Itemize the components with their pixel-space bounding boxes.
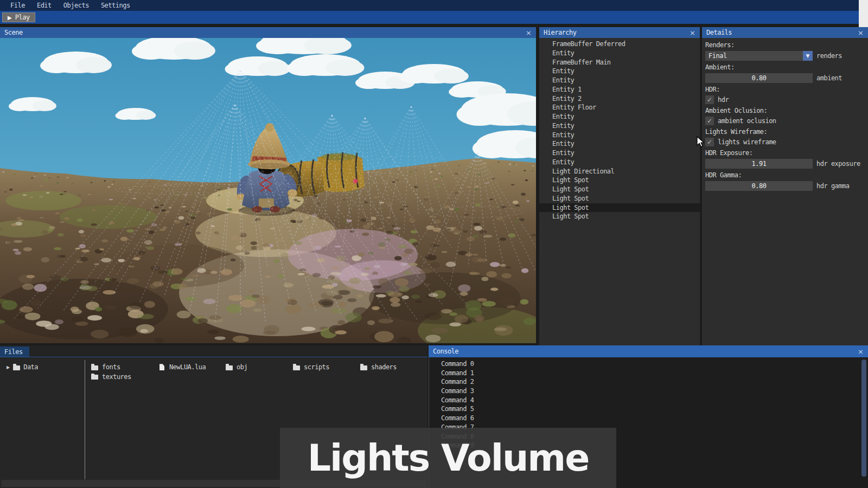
console-line: Command 1 — [429, 369, 868, 378]
files-splitter[interactable] — [85, 360, 85, 479]
file-name: shaders — [371, 363, 397, 371]
hierarchy-item[interactable]: Entity 2 — [539, 94, 700, 104]
desktop-corner — [859, 0, 868, 27]
scene-3d-render — [0, 38, 536, 343]
folder-icon — [91, 365, 98, 370]
folder-icon — [293, 365, 300, 370]
folder-icon — [91, 375, 98, 380]
hdr-exposure-value: 1.91 — [752, 160, 767, 168]
lights-wireframe-checkbox-label: lights wireframe — [718, 138, 776, 146]
file-icon — [159, 364, 164, 370]
lights-wireframe-checkbox[interactable]: ✓ — [705, 138, 714, 146]
scene-viewport[interactable] — [0, 38, 536, 343]
hdr-exposure-input[interactable]: 1.91 — [705, 159, 813, 169]
hdr-gamma-hint: hdr gamma — [816, 182, 850, 190]
ambient-occlusion-checkbox-label: ambient oclusion — [718, 117, 776, 125]
renders-hint: renders — [816, 52, 842, 60]
hierarchy-item[interactable]: FrameBuffer Deferred — [539, 40, 700, 49]
hierarchy-item[interactable]: Entity — [539, 149, 700, 158]
close-icon[interactable]: × — [858, 29, 864, 37]
hierarchy-item[interactable]: FrameBuffer Main — [539, 58, 700, 67]
tree-item-data[interactable]: ▶ Data — [0, 358, 85, 371]
hdr-gamma-input[interactable]: 0.80 — [705, 181, 813, 191]
mouse-cursor — [697, 136, 705, 148]
caption-text: Lights Volume — [308, 436, 589, 479]
hierarchy-item[interactable]: Light Spot — [539, 194, 700, 203]
tree-item-label: Data — [23, 363, 38, 371]
hdr-checkbox-label: hdr — [718, 96, 729, 104]
file-entry[interactable]: scripts — [293, 363, 360, 372]
check-icon: ✓ — [707, 96, 712, 104]
menu-item[interactable]: Objects — [58, 2, 95, 9]
hierarchy-item[interactable]: Light Directional — [539, 167, 700, 176]
ambient-hint: ambient — [816, 74, 842, 82]
console-panel-titlebar[interactable]: Console × — [429, 345, 868, 357]
menu-item[interactable]: Edit — [31, 2, 58, 9]
scene-panel-title: Scene — [4, 29, 23, 36]
hdr-label: HDR: — [705, 86, 868, 93]
scene-panel-titlebar[interactable]: Scene × — [0, 27, 536, 38]
folder-icon — [13, 365, 20, 370]
hierarchy-item[interactable]: Entity 1 — [539, 85, 700, 94]
hierarchy-panel-title: Hierarchy — [544, 29, 577, 36]
chevron-right-icon[interactable]: ▶ — [7, 365, 10, 370]
hierarchy-panel-titlebar[interactable]: Hierarchy × — [539, 27, 700, 38]
file-entry[interactable]: shaders — [360, 363, 427, 372]
files-panel-titlebar[interactable]: Files — [0, 345, 427, 357]
files-panel-title: Files — [4, 348, 23, 356]
console-line: Command 6 — [429, 414, 868, 423]
ambient-value: 0.80 — [752, 74, 767, 82]
console-line: Command 0 — [429, 359, 868, 369]
close-icon[interactable]: × — [526, 29, 532, 37]
hierarchy-list: FrameBuffer DeferredEntityFrameBuffer Ma… — [539, 38, 700, 345]
files-tab[interactable]: Files — [0, 346, 29, 357]
close-icon[interactable]: × — [690, 29, 695, 37]
check-icon: ✓ — [707, 138, 712, 146]
file-name: NewLUA.lua — [169, 363, 206, 371]
folder-icon — [226, 365, 233, 370]
menu-item[interactable]: File — [4, 2, 31, 9]
ambient-input[interactable]: 0.80 — [705, 73, 813, 83]
hierarchy-item[interactable]: Entity — [539, 131, 700, 140]
hierarchy-item[interactable]: Entity — [539, 139, 700, 149]
hierarchy-item[interactable]: Entity — [539, 67, 700, 76]
file-entry[interactable]: obj — [226, 363, 293, 372]
console-line: Command 2 — [429, 377, 868, 387]
console-panel-title: Console — [433, 348, 458, 355]
hierarchy-item[interactable]: Light Spot — [539, 176, 700, 185]
hierarchy-item[interactable]: Light Spot — [539, 212, 700, 221]
hierarchy-item[interactable]: Light Spot — [539, 203, 700, 213]
file-name: fonts — [102, 363, 120, 371]
console-line: Command 4 — [429, 396, 868, 405]
editor-window: FileEditObjectsSettings ▶ Play Scene × — [0, 0, 868, 488]
play-icon: ▶ — [8, 15, 12, 21]
file-entry[interactable]: NewLUA.lua — [158, 363, 226, 372]
renders-select[interactable]: Final ▼ — [705, 51, 813, 61]
play-button[interactable]: ▶ Play — [2, 12, 35, 22]
menu-item[interactable]: Settings — [95, 2, 136, 9]
ambient-occlusion-label: Ambient Oclusion: — [705, 107, 868, 114]
hierarchy-item[interactable]: Entity — [539, 158, 700, 167]
file-entry[interactable]: fonts — [91, 363, 158, 372]
hdr-checkbox[interactable]: ✓ — [705, 95, 714, 104]
folder-icon — [360, 365, 367, 370]
hierarchy-item[interactable]: Entity — [539, 49, 700, 58]
hierarchy-item[interactable]: Entity Floor — [539, 103, 700, 112]
file-name: scripts — [304, 363, 329, 371]
hdr-gamma-label: HDR Gamma: — [705, 171, 868, 179]
hierarchy-item[interactable]: Entity — [539, 112, 700, 121]
hierarchy-item[interactable]: Entity — [539, 76, 700, 85]
details-panel-titlebar[interactable]: Details × — [702, 27, 868, 38]
details-panel-title: Details — [706, 29, 732, 36]
chevron-down-icon[interactable]: ▼ — [803, 51, 813, 61]
ambient-occlusion-checkbox[interactable]: ✓ — [705, 117, 714, 125]
hierarchy-item[interactable]: Entity — [539, 121, 700, 131]
file-name: textures — [102, 373, 131, 381]
hierarchy-item[interactable]: Light Spot — [539, 185, 700, 194]
lights-wireframe-label: Lights Wireframe: — [705, 128, 868, 136]
console-line: Command 3 — [429, 387, 868, 396]
close-icon[interactable]: × — [858, 348, 864, 356]
renders-selected-value: Final — [709, 52, 727, 60]
console-scrollbar[interactable] — [861, 359, 866, 477]
file-entry[interactable]: textures — [91, 373, 158, 382]
